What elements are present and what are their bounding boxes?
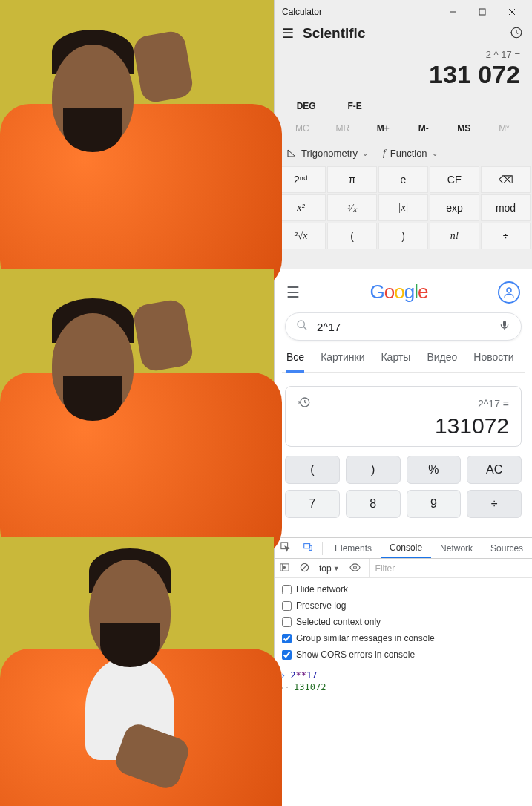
- hamburger-icon[interactable]: ☰: [282, 25, 294, 42]
- key-7[interactable]: 7: [285, 490, 340, 518]
- mr-button[interactable]: MR: [323, 117, 364, 140]
- key-abs[interactable]: |x|: [378, 194, 428, 221]
- hamburger-icon[interactable]: ☰: [286, 284, 300, 301]
- console-option[interactable]: Show CORS errors in console: [282, 646, 525, 663]
- tab-all[interactable]: Все: [286, 351, 304, 373]
- console-settings: Hide networkPreserve logSelected context…: [275, 578, 532, 666]
- svg-line-16: [302, 564, 307, 569]
- key-lparen[interactable]: (: [327, 223, 377, 249]
- minimize-button[interactable]: [440, 4, 465, 19]
- option-label: Hide network: [296, 584, 348, 594]
- key-sqrt[interactable]: ²√x: [276, 223, 326, 249]
- windows-calculator: Calculator ☰ Scientific 2 ^ 17 = 13: [275, 0, 532, 269]
- chevron-down-icon: ⌄: [362, 149, 368, 157]
- search-tabs: Все Картинки Карты Видео Новости: [282, 351, 525, 373]
- option-checkbox[interactable]: [282, 601, 292, 611]
- history-icon[interactable]: [298, 396, 311, 412]
- calculator-mode: Scientific: [303, 25, 510, 42]
- console-option[interactable]: Hide network: [282, 581, 525, 597]
- google-logo[interactable]: Google: [300, 281, 498, 304]
- console-option[interactable]: Selected context only: [282, 614, 525, 630]
- console-option[interactable]: Preserve log: [282, 597, 525, 614]
- mlist-button[interactable]: Mᵛ: [485, 117, 525, 140]
- close-button[interactable]: [499, 4, 525, 19]
- func-label: Function: [390, 148, 427, 159]
- ms-button[interactable]: MS: [444, 117, 485, 140]
- key-xsq[interactable]: x²: [276, 194, 326, 221]
- search-input[interactable]: 2^17: [285, 312, 522, 341]
- inspect-icon[interactable]: [275, 542, 297, 554]
- option-label: Preserve log: [296, 600, 346, 611]
- key-div[interactable]: ÷: [481, 223, 531, 249]
- google-calc-display: 2^17 = 131072: [285, 386, 522, 447]
- device-icon[interactable]: [297, 542, 319, 554]
- svg-line-7: [303, 327, 306, 330]
- history-icon[interactable]: [510, 26, 523, 42]
- key-recip[interactable]: ¹⁄ₓ: [327, 194, 377, 221]
- tab-news[interactable]: Новости: [473, 351, 513, 364]
- eye-icon[interactable]: [344, 562, 366, 575]
- svg-rect-8: [503, 321, 506, 327]
- tab-maps[interactable]: Карты: [381, 351, 410, 364]
- svg-point-17: [353, 566, 356, 569]
- tab-network[interactable]: Network: [431, 538, 482, 558]
- mplus-button[interactable]: M+: [363, 117, 404, 140]
- option-checkbox[interactable]: [282, 634, 292, 643]
- drake-reject-image: [0, 269, 274, 537]
- key-percent[interactable]: %: [407, 456, 462, 484]
- key-lparen[interactable]: (: [285, 456, 340, 484]
- drake-approve-image: [0, 537, 274, 806]
- search-icon: [296, 319, 308, 334]
- trigonometry-dropdown[interactable]: Trigonometry ⌄: [286, 147, 368, 159]
- key-mod[interactable]: mod: [481, 194, 531, 221]
- key-ce[interactable]: CE: [430, 166, 479, 193]
- key-9[interactable]: 9: [407, 490, 462, 518]
- option-checkbox[interactable]: [282, 617, 292, 627]
- context-selector[interactable]: top ▼: [315, 563, 344, 574]
- account-icon[interactable]: [498, 281, 520, 304]
- google-calc-result: 131072: [298, 412, 509, 439]
- key-backspace[interactable]: ⌫: [481, 166, 531, 193]
- mc-button[interactable]: MC: [282, 117, 323, 140]
- key-exp[interactable]: exp: [430, 194, 479, 221]
- maximize-button[interactable]: [470, 4, 495, 19]
- google-calc-keypad: ( ) % AC 7 8 9 ÷: [285, 456, 522, 518]
- key-div[interactable]: ÷: [467, 490, 522, 518]
- filter-input[interactable]: Filter: [369, 559, 532, 577]
- key-fact[interactable]: n!: [430, 223, 479, 249]
- console-option[interactable]: Group similar messages in console: [282, 630, 525, 646]
- clear-icon[interactable]: [295, 563, 315, 574]
- tab-video[interactable]: Видео: [427, 351, 457, 364]
- angle-icon: [286, 148, 297, 158]
- sidebar-toggle-icon[interactable]: [275, 563, 295, 574]
- console-input: 2**17: [290, 670, 317, 681]
- tab-elements[interactable]: Elements: [326, 538, 381, 558]
- key-e[interactable]: e: [378, 166, 428, 193]
- option-checkbox[interactable]: [282, 585, 292, 594]
- devtools-tabs: Elements Console Network Sources: [275, 538, 532, 559]
- key-rparen[interactable]: ): [378, 223, 428, 249]
- function-dropdown[interactable]: f Function ⌄: [383, 147, 438, 159]
- window-title: Calculator: [282, 7, 436, 17]
- key-rparen[interactable]: ): [346, 456, 401, 484]
- console-output[interactable]: › 2**17 ‹· 131072: [275, 666, 532, 696]
- mic-icon[interactable]: [499, 319, 510, 334]
- svg-point-6: [298, 321, 304, 327]
- devtools-panel: Elements Console Network Sources top ▼: [275, 537, 532, 806]
- key-8[interactable]: 8: [346, 490, 401, 518]
- deg-button[interactable]: DEG: [282, 95, 330, 117]
- option-checkbox[interactable]: [282, 650, 292, 660]
- mminus-button[interactable]: M-: [404, 117, 444, 140]
- tab-images[interactable]: Картинки: [321, 351, 364, 364]
- google-calc-expression: 2^17 =: [311, 398, 509, 410]
- calculator-expression: 2 ^ 17 =: [275, 46, 532, 60]
- fe-button[interactable]: F-E: [330, 95, 378, 117]
- key-pi[interactable]: π: [327, 166, 377, 193]
- function-icon: f: [383, 147, 386, 159]
- calculator-result: 131 072: [275, 60, 532, 95]
- key-ac[interactable]: AC: [467, 456, 522, 484]
- tab-console[interactable]: Console: [381, 538, 431, 558]
- svg-rect-1: [479, 9, 485, 15]
- key-2nd[interactable]: 2ⁿᵈ: [276, 166, 326, 193]
- tab-sources[interactable]: Sources: [482, 538, 532, 558]
